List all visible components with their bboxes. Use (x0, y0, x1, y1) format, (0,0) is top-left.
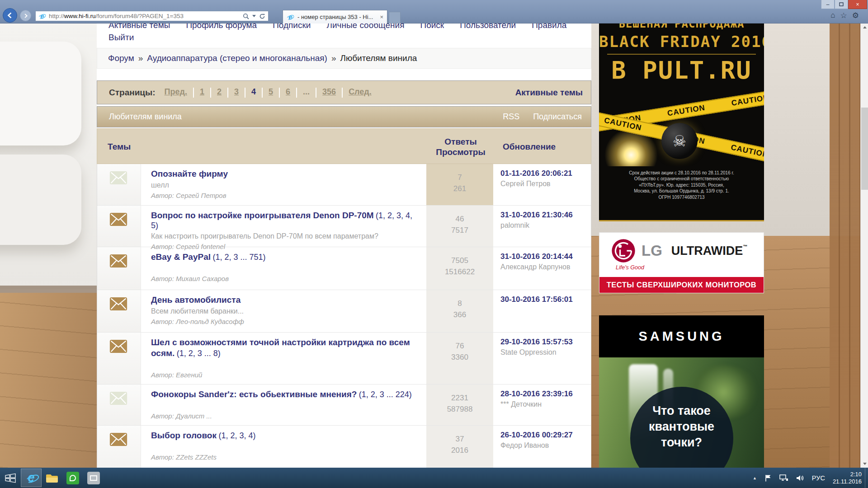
show-desktop-button[interactable] (865, 468, 868, 488)
topnav-link[interactable]: Поиск (420, 23, 444, 31)
page-link[interactable]: 2 (217, 87, 222, 96)
breadcrumb-link-section[interactable]: Аудиоаппаратура (стерео и многоканальная… (147, 53, 327, 63)
topic-pages-links[interactable]: (1, 2, 3 ... 751) (212, 253, 265, 262)
samsung-logo-text: SAMSUNG (638, 329, 724, 344)
topic-icon-cell (97, 290, 141, 332)
lg-logo-icon (611, 239, 636, 263)
rss-link[interactable]: RSS (503, 112, 519, 122)
chevron-down-icon[interactable] (252, 15, 256, 17)
topnav-link[interactable]: Профиль форума (186, 23, 257, 31)
page-link[interactable]: 3 (234, 87, 239, 96)
envelope-icon (109, 297, 127, 311)
topnav-link[interactable]: Подписки (273, 23, 311, 31)
topic-stats-cell: 37 2016 (426, 426, 493, 468)
taskbar-explorer-button[interactable] (42, 469, 62, 487)
topnav-link[interactable]: Личные сообщения (326, 23, 404, 31)
replies-count: 46 (426, 213, 493, 225)
topic-author: Автор: Сергей Петров (151, 192, 418, 199)
forward-button[interactable] (20, 10, 31, 21)
topic-title-link[interactable]: Выбор головок (151, 431, 217, 440)
topic-title-link[interactable]: Опознайте фирму (151, 169, 228, 178)
tab-close-icon[interactable]: × (380, 14, 383, 20)
scroll-down-arrow[interactable] (861, 460, 868, 468)
home-icon[interactable]: ⌂ (830, 11, 835, 20)
topic-title-link[interactable]: День автомобилиста (151, 295, 241, 305)
address-bar[interactable]: e http://www.hi-fi.ru/forum/forum48/?PAG… (35, 11, 269, 21)
last-post-date: 31-10-2016 21:30:46 (500, 211, 591, 220)
scroll-up-arrow[interactable] (861, 23, 868, 31)
browser-tab[interactable]: e - номер страницы 353 - Hi... × (283, 10, 387, 23)
lg-tagline: Life's Good (616, 264, 764, 271)
table-row: eBay & PayPal (1, 2, 3 ... 751) Автор: М… (97, 247, 591, 290)
topnav-link[interactable]: Активные темы (108, 23, 170, 31)
page-link[interactable]: 6 (286, 87, 290, 96)
forum-content: Активные темыПрофиль форумаПодпискиЛичны… (97, 23, 591, 468)
topic-author: Автор: Лео-польд Кудасофф (151, 318, 418, 325)
scrollbar-thumb[interactable] (861, 108, 868, 190)
topic-title-link[interactable]: Фонокоры Sander'z: есть обьективные мнен… (151, 389, 357, 399)
envelope-icon (109, 339, 127, 353)
refresh-icon[interactable] (259, 13, 265, 19)
minimize-button[interactable]: – (821, 0, 835, 9)
topic-cell: День автомобилиста Всем любителям баранк… (141, 290, 426, 332)
topic-pages-links[interactable]: (1, 2, 3 ... 8) (177, 349, 221, 358)
legal-line: Москва, ул. Большая Ордынка, д. 13/9 стр… (599, 188, 764, 194)
last-post-user: Александр Карпунов (500, 263, 591, 272)
taskbar-green-app-button[interactable] (62, 469, 83, 487)
topic-pages-links[interactable]: (1, 2, 3, 4) (218, 431, 255, 440)
envelope-icon (109, 432, 127, 446)
new-tab-button[interactable] (389, 12, 401, 23)
table-header: Темы Ответы Просмотры Обновление (97, 128, 591, 164)
taskbar-clock[interactable]: 2:10 21.11.2016 (833, 471, 862, 485)
page-scrollbar[interactable] (860, 23, 868, 468)
pult-blackfriday-ad-banner[interactable]: БЕШЕНАЯ РАСПРОДАЖА BLACK FRIDAY 2016 В P… (599, 23, 764, 221)
network-icon[interactable] (779, 474, 788, 482)
topnav-link[interactable]: Правила (532, 23, 566, 31)
pult-caution-graphic: CAUTIONCAUTIONCAUTION CAUTIONCAUTIONCAUT… (599, 86, 764, 166)
breadcrumb-separator: » (138, 53, 143, 63)
legal-line: ОГРН 1097746802713 (599, 194, 764, 201)
pult-legal-text: Срок действия акции с 28.10.2016 по 28.1… (599, 170, 764, 201)
breadcrumb: Форум » Аудиоаппаратура (стерео и многок… (97, 48, 591, 69)
logout-link[interactable]: Выйти (108, 33, 134, 42)
topic-pages-links[interactable]: (1, 2, 3 ... 224) (359, 390, 412, 399)
topic-description (151, 263, 418, 274)
page-link[interactable]: 5 (269, 87, 273, 96)
page-link[interactable]: Пред. (165, 87, 187, 96)
quantum-circle-text: Что такое (630, 403, 733, 419)
taskbar-gray-app-button[interactable] (83, 469, 104, 487)
subscribe-link[interactable]: Подписаться (533, 112, 582, 122)
page-link[interactable]: 1 (200, 87, 204, 96)
topic-stats-cell: 8 366 (426, 290, 493, 332)
pult-blackfriday-text: BLACK FRIDAY 2016 (599, 33, 764, 51)
topic-title-link[interactable]: Вопрос по настройке проигрывателя Denon … (151, 211, 374, 220)
replies-count: 2231 (426, 392, 493, 404)
taskbar-ie-button[interactable]: e (21, 469, 42, 487)
samsung-quantum-ad-banner[interactable]: SAMSUNG Что такоеквантовыеточки? (599, 315, 764, 468)
search-icon[interactable] (243, 13, 249, 19)
topnav-link[interactable]: Пользователи (460, 23, 516, 31)
page-link[interactable]: След. (349, 87, 372, 96)
close-button[interactable]: × (848, 0, 867, 9)
favorites-star-icon[interactable]: ☆ (840, 11, 847, 20)
language-indicator[interactable]: РУС (812, 474, 825, 482)
active-topics-link[interactable]: Активные темы (515, 88, 583, 98)
replies-count: 8 (426, 298, 493, 309)
last-post-user (500, 306, 591, 315)
start-button[interactable] (0, 469, 21, 487)
breadcrumb-link-forum[interactable]: Форум (108, 53, 134, 63)
lg-ultrawide-ad-banner[interactable]: LG ULTRAWIDE™ Life's Good ТЕСТЫ СВЕРХШИР… (599, 232, 764, 293)
topic-cell: Вопрос по настройке проигрывателя Denon … (141, 206, 426, 247)
topic-title-link[interactable]: eBay & PayPal (151, 252, 211, 262)
back-button[interactable] (3, 8, 17, 23)
action-center-flag-icon[interactable] (764, 474, 772, 482)
settings-gear-icon[interactable]: ⚙ (852, 11, 859, 20)
topic-title-bar: Любителям винила RSS Подписаться (97, 106, 591, 127)
maximize-button[interactable] (835, 0, 848, 9)
volume-icon[interactable] (796, 474, 804, 482)
page-link[interactable]: 356 (322, 87, 336, 96)
bomb-skull-icon: ☠ (661, 123, 698, 159)
last-post-user: Федор Иванов (500, 441, 591, 450)
tray-expand-icon[interactable]: ▲ (753, 476, 757, 480)
url-text: http://www.hi-fi.ru/forum/forum48/?PAGEN… (49, 13, 184, 19)
